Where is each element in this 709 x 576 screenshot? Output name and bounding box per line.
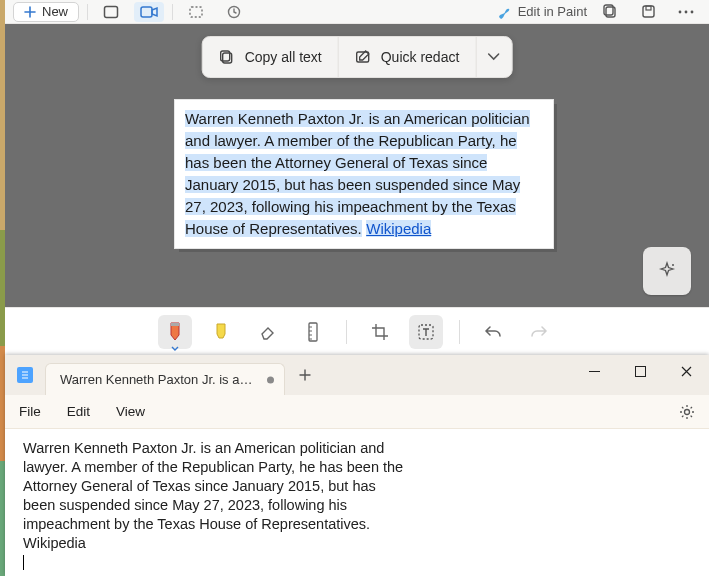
snip-canvas: Copy all text Quick redact Warren Kennet…	[5, 24, 709, 307]
sparkle-icon	[657, 261, 677, 281]
eraser-tool[interactable]	[250, 315, 284, 349]
text-actions-bar: Copy all text Quick redact	[202, 36, 513, 78]
rect-mode-button[interactable]	[96, 2, 126, 22]
copy-button[interactable]	[595, 2, 625, 22]
undo-button[interactable]	[476, 315, 510, 349]
redo-icon	[530, 325, 548, 339]
notepad-editor[interactable]: Warren Kenneth Paxton Jr. is an American…	[5, 429, 709, 576]
svg-rect-18	[589, 371, 600, 372]
highlighter-tool[interactable]	[204, 315, 238, 349]
quick-redact-button[interactable]: Quick redact	[339, 37, 476, 77]
new-tab-button[interactable]	[291, 361, 319, 389]
tab-title: Warren Kenneth Paxton Jr. is an An	[60, 372, 254, 387]
window-icon	[188, 5, 204, 19]
redact-icon	[355, 49, 371, 65]
notepad-icon	[17, 367, 33, 383]
rectangle-icon	[103, 5, 119, 19]
pen-tool[interactable]	[158, 315, 192, 349]
captured-text: Warren Kenneth Paxton Jr. is an American…	[185, 110, 530, 237]
captured-link[interactable]: Wikipedia	[366, 220, 431, 237]
menu-file[interactable]: File	[19, 404, 41, 419]
crop-tool[interactable]	[363, 315, 397, 349]
svg-rect-7	[646, 6, 651, 10]
notepad-menubar: File Edit View	[5, 395, 709, 429]
delay-button[interactable]	[219, 2, 249, 22]
svg-rect-6	[643, 6, 654, 17]
svg-rect-15	[171, 323, 179, 326]
svg-point-10	[691, 10, 694, 13]
edit-paint-label: Edit in Paint	[518, 4, 587, 19]
clock-icon	[227, 5, 241, 19]
window-mode-button[interactable]	[181, 2, 211, 22]
chevron-down-icon	[171, 346, 179, 351]
ruler-tool[interactable]	[296, 315, 330, 349]
svg-rect-19	[635, 366, 645, 376]
paint-brush-icon	[496, 4, 512, 20]
svg-point-20	[685, 409, 690, 414]
pen-icon	[167, 321, 183, 343]
text-select-icon	[417, 323, 435, 341]
new-label: New	[42, 4, 68, 19]
plus-icon	[24, 6, 36, 18]
ruler-icon	[308, 322, 318, 342]
save-button[interactable]	[633, 2, 663, 22]
video-icon	[140, 5, 158, 19]
separator	[346, 320, 347, 344]
eraser-icon	[258, 324, 276, 340]
snip-toolbar: New Edit in Paint	[5, 0, 709, 24]
quick-redact-label: Quick redact	[381, 49, 460, 65]
notepad-window: Warren Kenneth Paxton Jr. is an An File …	[5, 355, 709, 576]
svg-rect-1	[141, 7, 152, 17]
edit-in-paint-button[interactable]: Edit in Paint	[496, 4, 587, 20]
new-snip-button[interactable]: New	[13, 2, 79, 22]
svg-point-8	[679, 10, 682, 13]
ai-assist-button[interactable]	[643, 247, 691, 295]
redact-dropdown[interactable]	[475, 37, 511, 77]
close-button[interactable]	[663, 355, 709, 387]
maximize-button[interactable]	[617, 355, 663, 387]
notepad-tab[interactable]: Warren Kenneth Paxton Jr. is an An	[45, 363, 285, 395]
more-icon	[678, 10, 694, 14]
undo-icon	[484, 325, 502, 339]
svg-rect-16	[309, 323, 317, 341]
svg-rect-2	[190, 7, 202, 17]
text-select-tool[interactable]	[409, 315, 443, 349]
close-icon	[681, 366, 692, 377]
snipping-tool-window: New Edit in Paint	[5, 0, 709, 355]
notepad-titlebar[interactable]: Warren Kenneth Paxton Jr. is an An	[5, 355, 709, 395]
captured-text-region[interactable]: Warren Kenneth Paxton Jr. is an American…	[175, 100, 553, 248]
menu-view[interactable]: View	[116, 404, 145, 419]
video-mode-button[interactable]	[134, 2, 164, 22]
svg-rect-0	[105, 6, 118, 17]
separator	[459, 320, 460, 344]
chevron-down-icon	[488, 53, 500, 61]
plus-icon	[299, 369, 311, 381]
copy-all-text-button[interactable]: Copy all text	[203, 37, 339, 77]
separator	[87, 4, 88, 20]
copy-all-label: Copy all text	[245, 49, 322, 65]
redo-button[interactable]	[522, 315, 556, 349]
menu-edit[interactable]: Edit	[67, 404, 90, 419]
svg-point-9	[685, 10, 688, 13]
window-controls	[571, 355, 709, 387]
minimize-button[interactable]	[571, 355, 617, 387]
minimize-icon	[589, 371, 600, 372]
snip-toolbar-right: Edit in Paint	[496, 2, 701, 22]
more-button[interactable]	[671, 2, 701, 22]
editor-text: Warren Kenneth Paxton Jr. is an American…	[23, 440, 403, 551]
snip-tools-bar	[5, 307, 709, 355]
save-icon	[641, 4, 656, 19]
crop-icon	[371, 323, 389, 341]
separator	[172, 4, 173, 20]
unsaved-dot-icon	[267, 376, 274, 383]
copy-icon	[603, 4, 618, 19]
maximize-icon	[635, 366, 646, 377]
text-caret	[23, 555, 24, 570]
copy-icon	[219, 49, 235, 65]
gear-icon	[679, 404, 695, 420]
svg-point-14	[672, 264, 674, 266]
highlighter-icon	[213, 322, 229, 342]
settings-button[interactable]	[679, 404, 695, 420]
